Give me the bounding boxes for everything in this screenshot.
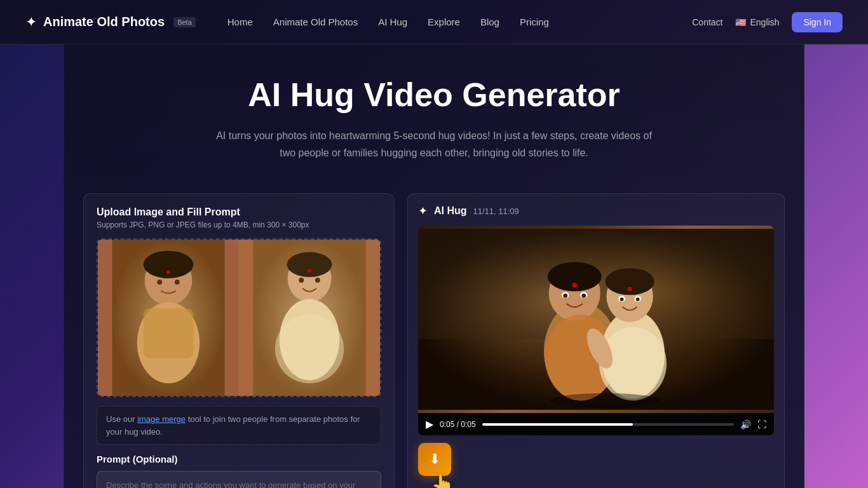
- image-merge-link[interactable]: image merge: [137, 414, 186, 424]
- two-column-layout: Upload Image and Fill Prompt Supports JP…: [64, 180, 804, 488]
- flag-icon: 🇺🇸: [735, 17, 746, 27]
- fullscreen-button[interactable]: ⛶: [757, 419, 766, 430]
- action-buttons: ⬇ 👆: [418, 443, 451, 476]
- svg-point-27: [563, 294, 567, 298]
- sparkle-icon: ✦: [418, 204, 428, 218]
- nav-right: Contact 🇺🇸 English Sign In: [692, 12, 843, 32]
- video-timestamp: 11/11, 11:09: [473, 207, 519, 216]
- nav-animate[interactable]: Animate Old Photos: [273, 17, 358, 27]
- nav-blog[interactable]: Blog: [480, 17, 499, 27]
- svg-point-3: [144, 251, 194, 278]
- logo-icon: ✦: [25, 14, 37, 30]
- svg-point-8: [175, 280, 180, 285]
- nav-ai-hug[interactable]: AI Hug: [378, 17, 407, 27]
- upload-title: Upload Image and Fill Prompt: [97, 207, 381, 218]
- merge-text-before: Use our: [106, 414, 137, 424]
- svg-point-17: [315, 278, 320, 283]
- svg-point-29: [581, 294, 586, 298]
- child-svg-left: [98, 240, 239, 396]
- play-button[interactable]: ▶: [426, 418, 433, 430]
- lang-selector[interactable]: 🇺🇸 English: [735, 17, 779, 27]
- hero-section: AI Hug Video Generator AI turns your pho…: [64, 44, 804, 180]
- svg-point-25: [572, 283, 577, 288]
- logo-text: Animate Old Photos: [43, 15, 165, 29]
- image-upload-area[interactable]: [97, 238, 381, 397]
- svg-point-35: [628, 287, 632, 291]
- progress-fill: [482, 423, 634, 426]
- download-icon: ⬇: [429, 451, 440, 468]
- image-merge-hint: Use our image merge tool to join two peo…: [97, 406, 381, 445]
- video-panel: ✦ AI Hug 11/11, 11:09: [407, 193, 785, 488]
- nav-pricing[interactable]: Pricing: [520, 17, 549, 27]
- lang-label: English: [750, 17, 779, 27]
- svg-point-42: [550, 393, 661, 408]
- beta-badge: Beta: [173, 17, 196, 27]
- video-label: AI Hug: [434, 205, 467, 217]
- time-display: 0:05 / 0:05: [440, 420, 476, 429]
- child-figure-right: [239, 240, 380, 396]
- photo-right: [239, 240, 380, 396]
- sign-in-button[interactable]: Sign In: [792, 12, 843, 32]
- video-header: ✦ AI Hug 11/11, 11:09: [418, 204, 774, 218]
- svg-point-39: [636, 297, 640, 301]
- svg-point-4: [166, 270, 170, 274]
- nav-explore[interactable]: Explore: [428, 17, 460, 27]
- upload-subtitle: Supports JPG, PNG or JPEG files up to 4M…: [97, 220, 381, 229]
- video-player[interactable]: ▶ 0:05 / 0:05 🔊 ⛶: [418, 226, 774, 435]
- child-svg-right: [239, 240, 380, 396]
- prompt-label: Prompt (Optional): [97, 454, 381, 464]
- download-button[interactable]: ⬇: [418, 443, 451, 476]
- upload-panel: Upload Image and Fill Prompt Supports JP…: [83, 193, 395, 488]
- video-scene-svg: [418, 226, 774, 413]
- hero-subtitle: AI turns your photos into heartwarming 5…: [212, 127, 656, 161]
- hero-title: AI Hug Video Generator: [90, 76, 778, 114]
- nav-links: Home Animate Old Photos AI Hug Explore B…: [227, 17, 692, 27]
- svg-point-37: [620, 297, 624, 301]
- main-content: AI Hug Video Generator AI turns your pho…: [64, 44, 804, 488]
- svg-point-16: [299, 278, 304, 283]
- svg-rect-6: [144, 308, 194, 358]
- svg-point-15: [275, 315, 344, 383]
- prompt-textarea[interactable]: [97, 471, 381, 488]
- svg-point-13: [308, 269, 311, 273]
- svg-point-7: [157, 280, 162, 285]
- svg-point-12: [287, 252, 332, 277]
- logo-area[interactable]: ✦ Animate Old Photos Beta: [25, 14, 196, 30]
- navbar: ✦ Animate Old Photos Beta Home Animate O…: [0, 0, 868, 44]
- photo-left: [98, 240, 239, 396]
- uploaded-photo: [98, 240, 380, 396]
- progress-bar[interactable]: [482, 423, 734, 426]
- contact-link[interactable]: Contact: [692, 17, 722, 27]
- video-area-wrapper: ▶ 0:05 / 0:05 🔊 ⛶ ⬇: [418, 226, 774, 476]
- volume-button[interactable]: 🔊: [740, 419, 751, 430]
- video-controls: ▶ 0:05 / 0:05 🔊 ⛶: [418, 413, 774, 435]
- video-thumbnail: [418, 226, 774, 413]
- nav-home[interactable]: Home: [227, 17, 253, 27]
- child-figure-left: [98, 240, 239, 396]
